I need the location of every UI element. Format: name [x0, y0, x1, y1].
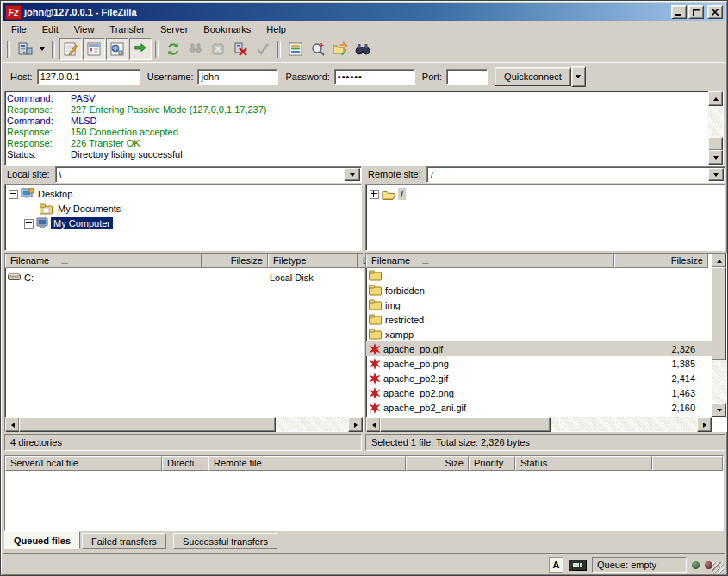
site-manager-button[interactable]	[14, 39, 36, 59]
column-header-filename[interactable]: Filename	[5, 254, 202, 268]
remote-folder-row[interactable]: img	[366, 297, 712, 312]
quickconnect-button[interactable]: Quickconnect	[495, 67, 571, 86]
local-list-rows[interactable]: C: Local Disk	[5, 268, 363, 417]
maximize-button[interactable]	[688, 5, 704, 19]
toggle-remote-tree-button[interactable]	[106, 38, 128, 60]
directory-listing-filter-button[interactable]	[284, 39, 307, 59]
remote-site-dropdown[interactable]	[708, 168, 724, 181]
refresh-button[interactable]	[162, 39, 184, 59]
scroll-thumb[interactable]	[712, 267, 726, 360]
column-header-filetype[interactable]: Filetype	[268, 254, 358, 268]
directory-comparison-button[interactable]	[307, 39, 329, 59]
message-log[interactable]: Command:PASV Response:227 Entering Passi…	[4, 91, 724, 166]
process-queue-button[interactable]	[184, 39, 207, 59]
synchronized-browsing-button[interactable]	[329, 39, 352, 59]
column-header-size[interactable]: Size	[406, 456, 469, 471]
scroll-thumb[interactable]	[19, 417, 276, 432]
column-header-filesize[interactable]: Filesize	[614, 254, 708, 268]
menu-help[interactable]: Help	[258, 22, 294, 36]
column-header-status[interactable]: Status	[515, 456, 652, 471]
scroll-left-button[interactable]	[366, 417, 381, 432]
scroll-right-button[interactable]	[348, 417, 363, 432]
port-input[interactable]	[446, 69, 488, 85]
resize-grip[interactable]	[712, 562, 724, 574]
scroll-up-button[interactable]	[708, 91, 723, 106]
remote-file-row[interactable]: apache_pb2_ani.gif 2,160	[366, 400, 712, 415]
tree-item-root[interactable]: /	[370, 187, 406, 201]
toggle-local-tree-button[interactable]	[83, 38, 105, 60]
data-type-indicator-icon[interactable]: A	[549, 557, 563, 573]
tab-failed-transfers[interactable]: Failed transfers	[82, 533, 166, 549]
log-scrollbar[interactable]	[708, 91, 723, 165]
remote-folder-row[interactable]: ..	[366, 268, 712, 283]
menu-transfer[interactable]: Transfer	[102, 22, 152, 36]
local-site-combo[interactable]: \	[55, 166, 362, 183]
remote-list-rows[interactable]: .. forbidden img restricted xampp apac	[366, 268, 712, 417]
tab-successful-transfers[interactable]: Successful transfers	[173, 533, 277, 549]
filter-icon	[288, 41, 303, 57]
menu-view[interactable]: View	[66, 22, 103, 36]
menu-bookmarks[interactable]: Bookmarks	[196, 22, 258, 36]
menu-server[interactable]: Server	[152, 22, 196, 36]
scroll-thumb[interactable]	[380, 417, 551, 432]
column-label: Server/Local file	[10, 458, 78, 468]
column-header-remote-file[interactable]: Remote file	[208, 456, 406, 471]
menu-edit[interactable]: Edit	[34, 22, 66, 36]
arrow-down-icon	[713, 156, 719, 160]
collapse-icon[interactable]	[9, 190, 18, 199]
remote-file-row[interactable]: apache_pb2.png 1,463	[366, 385, 712, 400]
local-tree[interactable]: Desktop My Documents My Computer	[4, 184, 362, 251]
column-header-filename[interactable]: Filename	[366, 254, 614, 268]
menu-bar: File Edit View Transfer Server Bookmarks…	[3, 21, 725, 37]
password-input[interactable]	[334, 69, 415, 85]
remote-file-row[interactable]: apache_pb2.gif 2,414	[366, 371, 712, 385]
scroll-thumb[interactable]	[708, 137, 723, 151]
scroll-down-button[interactable]	[712, 403, 726, 417]
remote-vscrollbar[interactable]	[712, 254, 726, 417]
local-hscrollbar[interactable]	[5, 417, 363, 431]
local-site-dropdown[interactable]	[345, 168, 360, 181]
remote-folder-row[interactable]: forbidden	[366, 283, 712, 297]
local-file-row[interactable]: C: Local Disk	[5, 270, 363, 285]
remote-tree[interactable]: /	[365, 184, 725, 251]
reconnect-button[interactable]	[252, 39, 274, 59]
find-files-button[interactable]	[352, 39, 374, 59]
column-header-priority[interactable]: Priority	[469, 456, 515, 471]
scroll-down-button[interactable]	[708, 150, 723, 165]
remote-site-combo[interactable]: /	[426, 166, 725, 183]
expand-icon[interactable]	[370, 190, 379, 199]
close-icon	[712, 9, 719, 16]
scroll-right-button[interactable]	[697, 417, 712, 432]
scroll-left-button[interactable]	[5, 417, 20, 432]
remote-file-row-selected[interactable]: apache_pb.gif 2,326	[366, 341, 712, 356]
chevron-down-icon	[576, 75, 581, 78]
disconnect-button[interactable]	[229, 39, 252, 59]
queue-list-area[interactable]	[5, 471, 723, 530]
username-input[interactable]	[197, 69, 278, 85]
toggle-message-log-button[interactable]	[59, 38, 82, 60]
title-bar[interactable]: Fz john@127.0.0.1 - FileZilla	[3, 3, 725, 21]
close-button[interactable]	[707, 5, 723, 19]
remote-folder-row[interactable]: restricted	[366, 312, 712, 327]
tree-item-my-computer[interactable]: My Computer	[24, 216, 113, 230]
toggle-transfer-queue-button[interactable]	[129, 38, 152, 60]
site-manager-dropdown[interactable]	[36, 39, 48, 59]
remote-folder-row[interactable]: xampp	[366, 327, 712, 341]
column-header-filesize[interactable]: Filesize	[202, 254, 268, 268]
column-header-server-local-file[interactable]: Server/Local file	[5, 456, 162, 471]
transfer-queue: Server/Local file Directi... Remote file…	[4, 455, 724, 531]
tree-item-my-documents[interactable]: My Documents	[40, 202, 123, 216]
remote-hscrollbar[interactable]	[366, 417, 712, 431]
cancel-operation-button[interactable]	[207, 39, 229, 59]
scroll-up-button[interactable]	[712, 254, 726, 268]
quickconnect-dropdown[interactable]	[571, 66, 586, 87]
tab-queued-files[interactable]: Queued files	[4, 531, 80, 549]
minimize-button[interactable]	[671, 5, 687, 19]
speed-limit-icon[interactable]	[569, 560, 587, 571]
tree-item-desktop[interactable]: Desktop	[9, 187, 75, 201]
column-header-direction[interactable]: Directi...	[162, 456, 208, 471]
remote-file-row[interactable]: apache_pb.png 1,385	[366, 356, 712, 371]
expand-icon[interactable]	[24, 219, 34, 229]
host-input[interactable]	[37, 69, 140, 85]
menu-file[interactable]: File	[3, 22, 34, 36]
